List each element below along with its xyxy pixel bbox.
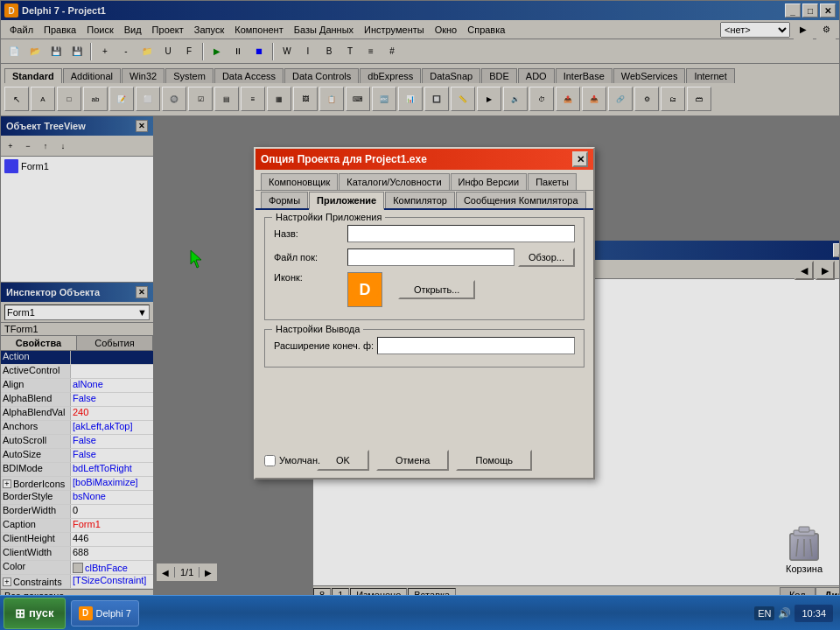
opt-tab-comp[interactable]: Компоновщик [261,173,338,190]
options-dialog: Опция Проекта для Project1.exe ✕ Компоно… [254,147,595,480]
dialog-overlay: Опция Проекта для Project1.exe ✕ Компоно… [0,0,840,595]
icon-preview: D [347,272,382,307]
taskbar-delphi-btn[interactable]: D Delphi 7 [71,600,139,626]
keyboard-lang: EN [754,606,774,620]
default-checkbox[interactable] [264,455,276,466]
help-button[interactable]: Помощь [456,450,532,471]
default-checkbox-area: Умолчан. [264,455,320,466]
ext-input[interactable] [377,337,575,354]
opt-tab2-forms[interactable]: Формы [261,192,308,208]
app-settings-title: Настройки Приложения [272,212,385,222]
taskbar: ⊞ пуск D Delphi 7 EN 🔊 10:34 [0,595,840,630]
system-icons: 🔊 [778,607,791,620]
opt-tab2-app[interactable]: Приложение [309,192,384,210]
icon-label: Иконк: [274,272,344,283]
clock: 10:34 [794,605,833,622]
dialog-footer: Умолчан. OK Отмена Помощь [256,450,593,471]
opt-tab-packages[interactable]: Пакеты [528,173,577,190]
opt-tab-dirs[interactable]: Каталоги/Условности [339,173,449,190]
cancel-button[interactable]: Отмена [376,450,449,471]
opt-tab-info[interactable]: Инфо Версии [451,173,528,190]
open-icon-button[interactable]: Открыть... [398,280,475,299]
icon-area: D Открыть... [347,272,475,307]
name-input[interactable] [347,225,575,242]
opt-tab2-compiler[interactable]: Компилятор [385,192,455,208]
app-settings-section: Настройки Приложения Назв: Файл пок: Обз… [264,217,584,320]
start-button[interactable]: ⊞ пуск [4,598,66,629]
taskbar-delphi-icon: D [79,606,93,620]
output-settings-title: Настройки Вывода [272,324,363,334]
file-input[interactable] [347,248,514,266]
opt-tab2-compiler-msgs[interactable]: Сообщения Компилятора [456,192,586,208]
name-label: Назв: [274,228,344,239]
ok-button[interactable]: OK [317,450,369,471]
browse-button[interactable]: Обзор... [518,248,575,267]
options-close-btn[interactable]: ✕ [572,151,588,167]
options-tabs-row2: Формы Приложение Компилятор Сообщения Ко… [256,190,593,210]
file-row: Файл пок: Обзор... [274,248,575,267]
output-settings-section: Настройки Вывода Расширение конеч. ф: [264,329,584,368]
ext-label: Расширение конеч. ф: [274,340,374,351]
ext-row: Расширение конеч. ф: [274,337,575,354]
icon-row: Иконк: D Открыть... [274,272,575,307]
options-content: Настройки Приложения Назв: Файл пок: Обз… [256,210,593,383]
options-dialog-titlebar: Опция Проекта для Project1.exe ✕ [256,149,593,170]
taskbar-right: EN 🔊 10:34 [754,605,840,622]
options-tabs-row1: Компоновщик Каталоги/Условности Инфо Вер… [256,170,593,191]
file-label: Файл пок: [274,252,344,262]
name-row: Назв: [274,225,575,242]
svg-text:D: D [360,281,371,298]
app-icon-svg: D [349,274,381,305]
